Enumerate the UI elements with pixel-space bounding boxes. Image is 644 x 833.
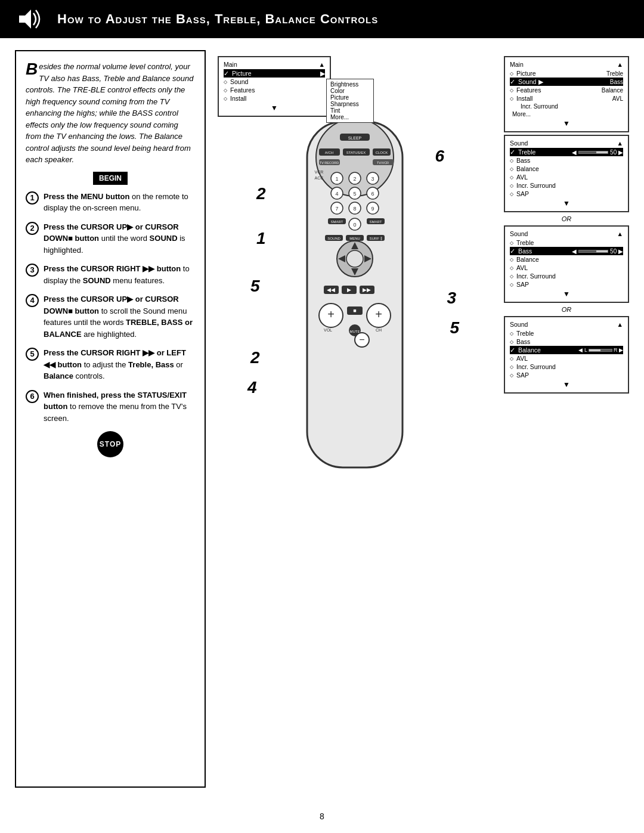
svg-point-49 (346, 250, 363, 267)
begin-badge: BEGIN (93, 172, 128, 185)
svg-text:▶▶: ▶▶ (363, 287, 371, 293)
svg-text:MENU: MENU (349, 237, 360, 240)
speaker-icon (18, 7, 48, 31)
svg-text:MUTE: MUTE (350, 330, 360, 333)
step-overlay-6: 6 (435, 147, 444, 166)
page-header: How to Adjust the Bass, Treble, Balance … (0, 0, 644, 38)
step-2: 2 Press the CURSOR UP▶ or CURSOR DOWN■ b… (26, 221, 195, 256)
step-2-number: 2 (26, 222, 39, 235)
step-6-number: 6 (26, 390, 39, 403)
svg-text:SLEEP: SLEEP (348, 136, 362, 140)
right-screens: Main ▲ ◇Picture Treble ✓Sound ▶ Bass ◇Fe… (504, 56, 629, 788)
svg-text:■: ■ (353, 308, 356, 314)
stop-badge: STOP (26, 431, 195, 457)
svg-text:ACC: ACC (315, 176, 324, 180)
step-6-text: When finished, press the STATUS/EXIT but… (44, 389, 195, 425)
svg-text:2: 2 (353, 176, 356, 182)
step-overlay-1: 1 (256, 229, 266, 248)
svg-text:7: 7 (335, 206, 338, 212)
center-panel: Main ▲ ✓Picture ▶ Brightness Color Pictu… (212, 50, 498, 788)
step-overlay-3: 3 (447, 289, 456, 308)
step-3: 3 Press the CURSOR RIGHT ▶▶ button to di… (26, 263, 195, 286)
screen-sound-balance: Sound ▲ ◇Treble ◇Bass ✓Balance ◀ L R ▶ ◇… (504, 316, 629, 394)
step-3-text: Press the CURSOR RIGHT ▶▶ button to disp… (44, 263, 195, 286)
or-label-2: OR (504, 306, 629, 313)
svg-text:3: 3 (371, 176, 374, 182)
svg-text:A/CH: A/CH (325, 151, 333, 154)
svg-text:SOUND: SOUND (327, 237, 340, 240)
svg-text:VOL: VOL (324, 328, 332, 332)
step-6: 6 When finished, press the STATUS/EXIT b… (26, 389, 195, 425)
step-overlay-4: 4 (247, 378, 257, 397)
svg-text:SURF  ‖: SURF ‖ (370, 237, 382, 240)
intro-text: B esides the normal volume level control… (26, 61, 195, 166)
step-1-text: Press the MENU button on the remote to d… (44, 191, 195, 214)
step-5-text: Press the CURSOR RIGHT ▶▶ or LEFT ◀◀ but… (44, 347, 195, 382)
svg-text:+: + (327, 308, 335, 321)
page-title: How to Adjust the Bass, Treble, Balance … (57, 11, 378, 27)
left-panel: B esides the normal volume level control… (15, 50, 206, 788)
step-4: 4 Press the CURSOR UP▶ or CURSOR DOWN■ b… (26, 293, 195, 340)
content-area: B esides the normal volume level control… (0, 38, 644, 800)
svg-text:+: + (375, 308, 382, 321)
or-label-1: OR (504, 215, 629, 222)
step-overlay-2a: 2 (256, 184, 266, 203)
svg-text:−: − (359, 335, 364, 345)
screen-main-sound: Main ▲ ◇Picture Treble ✓Sound ▶ Bass ◇Fe… (504, 56, 629, 132)
svg-text:4: 4 (335, 191, 338, 197)
step-overlay-5a: 5 (250, 277, 260, 296)
step-1: 1 Press the MENU button on the remote to… (26, 191, 195, 214)
svg-text:SMART: SMART (331, 220, 343, 224)
svg-text:CH: CH (376, 328, 382, 332)
svg-text:▶: ▶ (347, 287, 351, 293)
screen-sound-treble: Sound ▲ ✓Treble ◀ 50 ▶ ◇Bass ◇Balance ◇A… (504, 135, 629, 212)
step-overlay-5b: 5 (450, 318, 459, 337)
svg-text:6: 6 (371, 191, 374, 197)
remote-svg: SLEEP A/CH STATUS/EX CLOCK TV RECORD TV/… (271, 116, 438, 521)
svg-text:TV RECORD: TV RECORD (320, 161, 339, 165)
svg-text:CLOCK: CLOCK (376, 151, 388, 154)
svg-text:0: 0 (353, 222, 356, 228)
step-1-number: 1 (26, 191, 39, 205)
step-5: 5 Press the CURSOR RIGHT ▶▶ or LEFT ◀◀ b… (26, 347, 195, 382)
step-4-number: 4 (26, 294, 39, 307)
step-5-number: 5 (26, 348, 39, 361)
svg-text:TV/VCR: TV/VCR (377, 161, 389, 165)
svg-text:SMART: SMART (370, 220, 382, 224)
screen-sound-bass: Sound ▲ ◇Treble ✓Bass ◀ 50 ▶ ◇Balance ◇A… (504, 225, 629, 303)
step-2-text: Press the CURSOR UP▶ or CURSOR DOWN■ but… (44, 221, 195, 256)
svg-text:5: 5 (353, 191, 356, 197)
svg-text:STATUS/EX: STATUS/EX (346, 151, 366, 154)
page-number: 8 (0, 800, 644, 833)
svg-text:VCR: VCR (315, 170, 324, 174)
stop-icon: STOP (97, 431, 123, 457)
svg-text:1: 1 (335, 176, 338, 182)
step-overlay-2b: 2 (250, 348, 260, 367)
step-4-text: Press the CURSOR UP▶ or CURSOR DOWN■ but… (44, 293, 195, 340)
svg-rect-0 (19, 16, 25, 23)
main-menu-screen: Main ▲ ✓Picture ▶ Brightness Color Pictu… (218, 56, 319, 117)
svg-marker-1 (25, 10, 31, 29)
svg-text:9: 9 (371, 206, 374, 212)
step-3-number: 3 (26, 264, 39, 277)
remote-control[interactable]: SLEEP A/CH STATUS/EX CLOCK TV RECORD TV/… (271, 116, 438, 523)
page: How to Adjust the Bass, Treble, Balance … (0, 0, 644, 833)
drop-cap: B (26, 61, 38, 78)
svg-text:8: 8 (353, 206, 356, 212)
svg-text:◀◀: ◀◀ (327, 287, 335, 293)
steps-list: 1 Press the MENU button on the remote to… (26, 191, 195, 425)
